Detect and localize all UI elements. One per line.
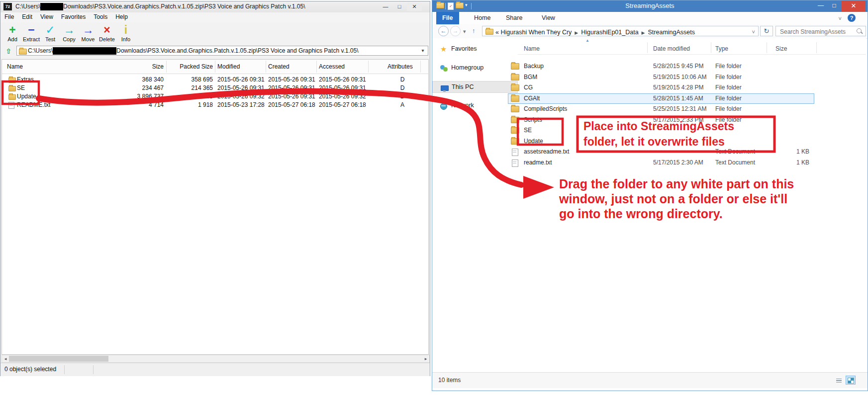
breadcrumb-overflow-icon[interactable]: « bbox=[495, 29, 500, 36]
folder-icon bbox=[8, 94, 16, 100]
search-input[interactable] bbox=[779, 27, 856, 36]
sidebar-item-homegroup[interactable]: Homegroup bbox=[432, 62, 518, 74]
toolbar-move-button[interactable]: →Move bbox=[79, 23, 97, 42]
search-box[interactable] bbox=[775, 26, 866, 36]
column-header-size[interactable]: Size bbox=[775, 45, 809, 52]
maximize-button[interactable]: □ bbox=[393, 2, 406, 11]
table-row[interactable]: Update3 896 737811 5852015-05-26 09:3220… bbox=[2, 92, 428, 101]
7zip-address-text: C:\Users\Downloads\PS3.Voice.and.Graphic… bbox=[28, 47, 359, 55]
file-row[interactable]: BGM5/19/2015 10:06 AMFile folder bbox=[518, 72, 866, 82]
breadcrumb-separator-icon: ▶ bbox=[639, 30, 648, 35]
toolbar-add-button[interactable]: +Add bbox=[3, 23, 22, 42]
file-row[interactable]: readme.txt5/17/2015 2:30 AMText Document… bbox=[518, 158, 866, 168]
column-header-attributes[interactable]: Attributes bbox=[387, 63, 417, 70]
minimize-button[interactable]: — bbox=[379, 2, 392, 11]
annotation-note1-line2: folder, let it overwrite files bbox=[583, 135, 725, 149]
column-header-date-modified[interactable]: Date modified bbox=[653, 45, 715, 52]
scrollbar-thumb[interactable] bbox=[9, 356, 108, 362]
table-row[interactable]: README.txt4 7141 9182015-05-23 17:282015… bbox=[2, 101, 428, 109]
toolbar-info-button[interactable]: iInfo bbox=[116, 23, 135, 42]
explorer-titlebar[interactable]: ✓ ▾ StreamingAssets — □ ✕ bbox=[432, 0, 868, 12]
table-row[interactable]: Extras368 340358 6952015-05-26 09:312015… bbox=[2, 76, 428, 84]
toolbar-label: Extract bbox=[22, 36, 41, 42]
tab-file[interactable]: File bbox=[436, 12, 459, 24]
sidebar-item-favorites[interactable]: ★Favorites bbox=[432, 43, 518, 55]
column-header-name[interactable]: Name bbox=[524, 45, 643, 52]
sidebar-item-this-pc[interactable]: This PC bbox=[432, 81, 518, 93]
address-dropdown-icon[interactable]: ˅ bbox=[752, 29, 755, 35]
column-header-created[interactable]: Created bbox=[268, 63, 320, 70]
cell-type: File folder bbox=[715, 84, 772, 91]
cell-name: CompiledScripts bbox=[524, 105, 567, 112]
cell-date: 5/19/2015 10:06 AM bbox=[653, 74, 715, 80]
column-header-modified[interactable]: Modified bbox=[217, 63, 270, 70]
scroll-right-icon[interactable]: ▸ bbox=[422, 355, 429, 362]
file-row[interactable]: CG5/19/2015 4:28 PMFile folder bbox=[518, 82, 866, 93]
toolbar-delete-button[interactable]: ×Delete bbox=[97, 23, 116, 42]
folder-icon bbox=[511, 63, 519, 70]
add-plus-icon: + bbox=[3, 23, 22, 36]
column-header-size[interactable]: Size bbox=[114, 63, 164, 70]
up-icon[interactable]: ↑ bbox=[472, 27, 476, 34]
close-button[interactable]: ✕ bbox=[407, 2, 422, 11]
cell-size: 368 340 bbox=[114, 76, 164, 83]
7zip-address-combo[interactable]: C:\Users\Downloads\PS3.Voice.and.Graphic… bbox=[16, 46, 428, 56]
7zip-list-header[interactable]: NameSizePacked SizeModifiedCreatedAccess… bbox=[2, 60, 428, 74]
maximize-button[interactable]: □ bbox=[828, 1, 840, 10]
redacted-username bbox=[40, 3, 63, 10]
file-row[interactable]: CompiledScripts5/25/2015 12:31 AMFile fo… bbox=[518, 104, 866, 114]
search-icon[interactable] bbox=[857, 28, 862, 33]
list-column-headers[interactable]: NameDate modifiedTypeSize bbox=[518, 41, 866, 55]
header-separator bbox=[368, 61, 369, 73]
forward-icon[interactable]: → bbox=[450, 26, 461, 36]
column-header-type[interactable]: Type bbox=[715, 45, 772, 52]
toolbar-extract-button[interactable]: −Extract bbox=[22, 23, 41, 42]
menu-tools[interactable]: Tools bbox=[90, 12, 111, 21]
tab-home[interactable]: Home bbox=[468, 12, 496, 24]
refresh-icon[interactable]: ↻ bbox=[760, 26, 773, 36]
cell-name: Update bbox=[17, 93, 36, 100]
cell-modified: 2015-05-23 17:28 bbox=[217, 101, 270, 108]
tab-view[interactable]: View bbox=[536, 12, 561, 24]
menu-view[interactable]: View bbox=[36, 12, 57, 21]
cell-type: Text Document bbox=[715, 159, 772, 166]
chevron-down-icon[interactable]: ▾ bbox=[419, 47, 427, 55]
sidebar-item-network[interactable]: Network bbox=[432, 100, 518, 112]
column-header-packed-size[interactable]: Packed Size bbox=[166, 63, 213, 70]
toolbar-copy-button[interactable]: →Copy bbox=[60, 23, 79, 42]
breadcrumb-item[interactable]: HigurashiEp01_Data bbox=[581, 29, 638, 36]
7zip-titlebar[interactable]: 7z C:\Users\Downloads\PS3.Voice.and.Grap… bbox=[0, 1, 430, 13]
tab-share[interactable]: Share bbox=[500, 12, 528, 24]
breadcrumb-item[interactable]: StreamingAssets bbox=[648, 29, 695, 36]
close-button[interactable]: ✕ bbox=[842, 0, 866, 11]
menu-favorites[interactable]: Favorites bbox=[57, 12, 90, 21]
file-row[interactable]: CGAlt5/28/2015 1:45 AMFile folder bbox=[518, 93, 866, 104]
column-header-name[interactable]: Name bbox=[7, 63, 106, 70]
cell-attr: D bbox=[387, 93, 417, 100]
thumbnails-view-icon[interactable] bbox=[846, 376, 856, 385]
history-dropdown-icon[interactable]: ▾ bbox=[463, 28, 466, 35]
ribbon-collapse-icon[interactable]: ˅ bbox=[839, 15, 842, 21]
back-icon[interactable]: ← bbox=[438, 26, 449, 36]
scroll-left-icon[interactable]: ◂ bbox=[2, 355, 9, 362]
toolbar-label: Delete bbox=[97, 36, 116, 42]
table-row[interactable]: SE234 467214 3652015-05-26 09:312015-05-… bbox=[2, 84, 428, 92]
menu-edit[interactable]: Edit bbox=[18, 12, 36, 21]
file-row[interactable]: Backup5/28/2015 9:45 PMFile folder bbox=[518, 61, 866, 72]
menu-file[interactable]: File bbox=[0, 12, 18, 21]
7zip-app-icon: 7z bbox=[3, 3, 12, 10]
breadcrumb-item[interactable]: Higurashi When They Cry bbox=[500, 29, 572, 36]
test-check-icon: ✓ bbox=[41, 23, 60, 36]
horizontal-scrollbar[interactable]: ◂ ▸ bbox=[1, 355, 430, 363]
folder-icon bbox=[8, 86, 16, 91]
minimize-button[interactable]: — bbox=[815, 1, 827, 10]
address-bar[interactable]: « Higurashi When They Cry▶HigurashiEp01_… bbox=[482, 26, 759, 36]
help-icon[interactable]: ? bbox=[848, 14, 856, 22]
cell-packed: 1 918 bbox=[166, 101, 213, 108]
up-one-level-icon[interactable]: ⇧ bbox=[3, 46, 14, 56]
column-header-accessed[interactable]: Accessed bbox=[319, 63, 371, 70]
toolbar-label: Copy bbox=[60, 36, 79, 42]
menu-help[interactable]: Help bbox=[111, 12, 132, 21]
details-view-icon[interactable] bbox=[834, 376, 844, 385]
toolbar-test-button[interactable]: ✓Test bbox=[41, 23, 60, 42]
